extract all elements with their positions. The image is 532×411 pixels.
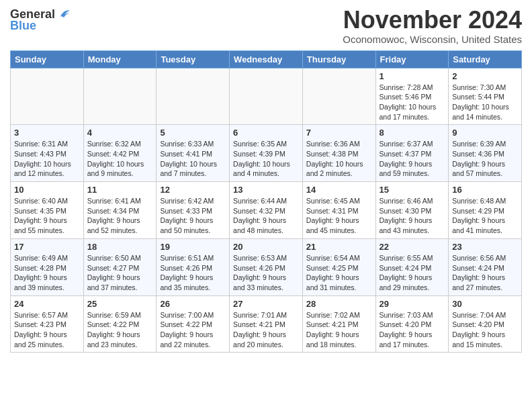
- day-info: Sunrise: 6:51 AM Sunset: 4:26 PM Dayligh…: [160, 253, 226, 293]
- day-info: Sunrise: 6:56 AM Sunset: 4:24 PM Dayligh…: [452, 253, 518, 293]
- calendar-day-cell: 7Sunrise: 6:36 AM Sunset: 4:38 PM Daylig…: [302, 125, 375, 182]
- calendar-day-cell: [230, 68, 303, 125]
- day-number: 27: [233, 299, 299, 309]
- header-tuesday: Tuesday: [157, 50, 230, 68]
- calendar-day-cell: 16Sunrise: 6:48 AM Sunset: 4:29 PM Dayli…: [449, 182, 522, 239]
- calendar-day-cell: 27Sunrise: 7:01 AM Sunset: 4:21 PM Dayli…: [230, 295, 303, 353]
- day-number: 23: [452, 242, 518, 252]
- day-number: 13: [233, 185, 299, 195]
- calendar-day-cell: 4Sunrise: 6:32 AM Sunset: 4:42 PM Daylig…: [83, 125, 157, 182]
- header-monday: Monday: [83, 50, 157, 68]
- calendar-day-cell: 20Sunrise: 6:53 AM Sunset: 4:26 PM Dayli…: [230, 238, 303, 295]
- logo-blue-text: Blue: [10, 19, 36, 33]
- calendar-day-cell: 25Sunrise: 6:59 AM Sunset: 4:22 PM Dayli…: [83, 295, 157, 353]
- calendar-week-row: 24Sunrise: 6:57 AM Sunset: 4:23 PM Dayli…: [11, 295, 522, 353]
- calendar-day-cell: 21Sunrise: 6:54 AM Sunset: 4:25 PM Dayli…: [302, 238, 375, 295]
- calendar-day-cell: 28Sunrise: 7:02 AM Sunset: 4:21 PM Dayli…: [302, 295, 375, 353]
- day-info: Sunrise: 7:03 AM Sunset: 4:20 PM Dayligh…: [380, 310, 445, 350]
- day-info: Sunrise: 6:36 AM Sunset: 4:38 PM Dayligh…: [306, 139, 372, 179]
- day-number: 21: [306, 242, 372, 252]
- day-info: Sunrise: 6:50 AM Sunset: 4:27 PM Dayligh…: [87, 253, 153, 293]
- day-number: 4: [87, 128, 153, 138]
- day-number: 2: [452, 71, 518, 81]
- day-info: Sunrise: 7:02 AM Sunset: 4:21 PM Dayligh…: [306, 310, 372, 350]
- day-info: Sunrise: 6:46 AM Sunset: 4:30 PM Dayligh…: [380, 196, 445, 236]
- calendar-day-cell: 30Sunrise: 7:04 AM Sunset: 4:20 PM Dayli…: [449, 295, 522, 353]
- header-saturday: Saturday: [449, 50, 522, 68]
- day-number: 16: [452, 185, 518, 195]
- day-info: Sunrise: 6:59 AM Sunset: 4:22 PM Dayligh…: [87, 310, 153, 350]
- calendar-header-row: Sunday Monday Tuesday Wednesday Thursday…: [11, 50, 522, 68]
- calendar-day-cell: 10Sunrise: 6:40 AM Sunset: 4:35 PM Dayli…: [11, 182, 84, 239]
- day-info: Sunrise: 6:53 AM Sunset: 4:26 PM Dayligh…: [233, 253, 299, 293]
- location: Oconomowoc, Wisconsin, United States: [343, 34, 522, 45]
- day-number: 12: [160, 185, 226, 195]
- day-info: Sunrise: 7:01 AM Sunset: 4:21 PM Dayligh…: [233, 310, 299, 350]
- calendar-week-row: 1Sunrise: 7:28 AM Sunset: 5:46 PM Daylig…: [11, 68, 522, 125]
- day-number: 26: [160, 299, 226, 309]
- day-info: Sunrise: 6:32 AM Sunset: 4:42 PM Dayligh…: [87, 139, 153, 179]
- day-info: Sunrise: 6:49 AM Sunset: 4:28 PM Dayligh…: [14, 253, 80, 293]
- header-row: General Blue November 2024 Oconomowoc, W…: [10, 7, 522, 45]
- calendar-day-cell: 11Sunrise: 6:41 AM Sunset: 4:34 PM Dayli…: [83, 182, 157, 239]
- page-container: General Blue November 2024 Oconomowoc, W…: [0, 0, 532, 359]
- header-friday: Friday: [375, 50, 449, 68]
- day-number: 17: [14, 242, 80, 252]
- day-info: Sunrise: 6:37 AM Sunset: 4:37 PM Dayligh…: [380, 139, 445, 179]
- calendar-day-cell: 1Sunrise: 7:28 AM Sunset: 5:46 PM Daylig…: [375, 68, 449, 125]
- day-number: 1: [380, 71, 445, 81]
- calendar-day-cell: 5Sunrise: 6:33 AM Sunset: 4:41 PM Daylig…: [157, 125, 230, 182]
- day-info: Sunrise: 7:00 AM Sunset: 4:22 PM Dayligh…: [160, 310, 226, 350]
- calendar-day-cell: 17Sunrise: 6:49 AM Sunset: 4:28 PM Dayli…: [11, 238, 84, 295]
- header-thursday: Thursday: [302, 50, 375, 68]
- day-number: 14: [306, 185, 372, 195]
- day-info: Sunrise: 6:39 AM Sunset: 4:36 PM Dayligh…: [452, 139, 518, 179]
- calendar-day-cell: 15Sunrise: 6:46 AM Sunset: 4:30 PM Dayli…: [375, 182, 449, 239]
- day-info: Sunrise: 6:35 AM Sunset: 4:39 PM Dayligh…: [233, 139, 299, 179]
- calendar-day-cell: [302, 68, 375, 125]
- day-info: Sunrise: 7:30 AM Sunset: 5:44 PM Dayligh…: [452, 83, 518, 122]
- day-number: 20: [233, 242, 299, 252]
- day-number: 24: [14, 299, 80, 309]
- day-info: Sunrise: 6:42 AM Sunset: 4:33 PM Dayligh…: [160, 196, 226, 236]
- calendar-day-cell: 24Sunrise: 6:57 AM Sunset: 4:23 PM Dayli…: [11, 295, 84, 353]
- day-number: 3: [14, 128, 80, 138]
- calendar-day-cell: 23Sunrise: 6:56 AM Sunset: 4:24 PM Dayli…: [449, 238, 522, 295]
- calendar-week-row: 10Sunrise: 6:40 AM Sunset: 4:35 PM Dayli…: [11, 182, 522, 239]
- calendar-day-cell: 22Sunrise: 6:55 AM Sunset: 4:24 PM Dayli…: [375, 238, 449, 295]
- calendar-day-cell: [11, 68, 84, 125]
- calendar-day-cell: 19Sunrise: 6:51 AM Sunset: 4:26 PM Dayli…: [157, 238, 230, 295]
- day-info: Sunrise: 6:48 AM Sunset: 4:29 PM Dayligh…: [452, 196, 518, 236]
- calendar-day-cell: 26Sunrise: 7:00 AM Sunset: 4:22 PM Dayli…: [157, 295, 230, 353]
- calendar-day-cell: 8Sunrise: 6:37 AM Sunset: 4:37 PM Daylig…: [375, 125, 449, 182]
- calendar-day-cell: 13Sunrise: 6:44 AM Sunset: 4:32 PM Dayli…: [230, 182, 303, 239]
- day-number: 10: [14, 185, 80, 195]
- calendar-day-cell: 2Sunrise: 7:30 AM Sunset: 5:44 PM Daylig…: [449, 68, 522, 125]
- day-info: Sunrise: 6:57 AM Sunset: 4:23 PM Dayligh…: [14, 310, 80, 350]
- day-number: 22: [380, 242, 445, 252]
- calendar-day-cell: [157, 68, 230, 125]
- day-number: 18: [87, 242, 153, 252]
- calendar-day-cell: 9Sunrise: 6:39 AM Sunset: 4:36 PM Daylig…: [449, 125, 522, 182]
- calendar-day-cell: 18Sunrise: 6:50 AM Sunset: 4:27 PM Dayli…: [83, 238, 157, 295]
- day-info: Sunrise: 6:45 AM Sunset: 4:31 PM Dayligh…: [306, 196, 372, 236]
- day-info: Sunrise: 6:44 AM Sunset: 4:32 PM Dayligh…: [233, 196, 299, 236]
- day-info: Sunrise: 6:33 AM Sunset: 4:41 PM Dayligh…: [160, 139, 226, 179]
- day-number: 9: [452, 128, 518, 138]
- calendar-week-row: 3Sunrise: 6:31 AM Sunset: 4:43 PM Daylig…: [11, 125, 522, 182]
- day-info: Sunrise: 6:55 AM Sunset: 4:24 PM Dayligh…: [380, 253, 445, 293]
- day-number: 29: [380, 299, 445, 309]
- day-number: 15: [380, 185, 445, 195]
- day-number: 28: [306, 299, 372, 309]
- title-block: November 2024 Oconomowoc, Wisconsin, Uni…: [343, 7, 522, 45]
- day-number: 5: [160, 128, 226, 138]
- calendar-day-cell: 6Sunrise: 6:35 AM Sunset: 4:39 PM Daylig…: [230, 125, 303, 182]
- logo: General Blue: [10, 7, 71, 33]
- day-number: 11: [87, 185, 153, 195]
- month-title: November 2024: [343, 7, 522, 34]
- day-info: Sunrise: 7:28 AM Sunset: 5:46 PM Dayligh…: [380, 83, 445, 122]
- day-info: Sunrise: 7:04 AM Sunset: 4:20 PM Dayligh…: [452, 310, 518, 350]
- calendar-week-row: 17Sunrise: 6:49 AM Sunset: 4:28 PM Dayli…: [11, 238, 522, 295]
- day-number: 8: [380, 128, 445, 138]
- calendar-day-cell: 14Sunrise: 6:45 AM Sunset: 4:31 PM Dayli…: [302, 182, 375, 239]
